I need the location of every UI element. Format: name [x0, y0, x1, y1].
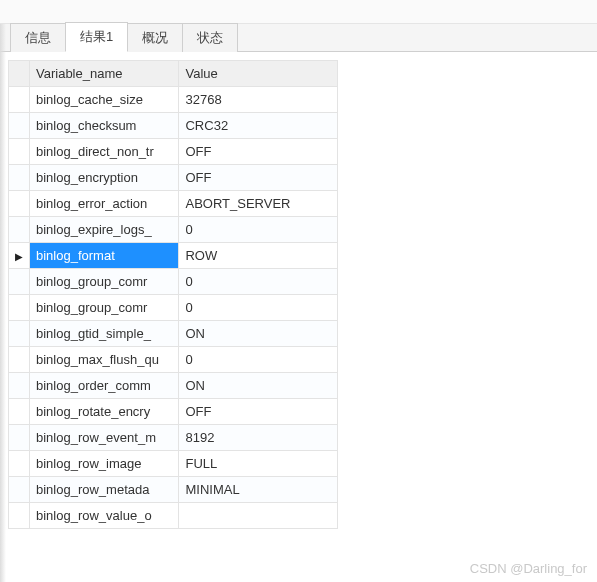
row-marker: [9, 503, 30, 529]
cell-value[interactable]: ROW: [179, 243, 338, 269]
row-marker: [9, 399, 30, 425]
cell-variable-name[interactable]: binlog_checksum: [30, 113, 179, 139]
cell-variable-name[interactable]: binlog_row_value_o: [30, 503, 179, 529]
row-marker-header: [9, 61, 30, 87]
tab-0[interactable]: 信息: [10, 23, 66, 52]
row-marker: [9, 191, 30, 217]
cell-value[interactable]: OFF: [179, 399, 338, 425]
cell-variable-name[interactable]: binlog_error_action: [30, 191, 179, 217]
row-marker: [9, 165, 30, 191]
cell-value[interactable]: 8192: [179, 425, 338, 451]
table-row[interactable]: binlog_max_flush_qu0: [9, 347, 338, 373]
cell-value[interactable]: ABORT_SERVER: [179, 191, 338, 217]
column-header-value[interactable]: Value: [179, 61, 338, 87]
table-row[interactable]: binlog_row_metadaMINIMAL: [9, 477, 338, 503]
cell-variable-name[interactable]: binlog_group_comr: [30, 269, 179, 295]
cell-value[interactable]: 0: [179, 269, 338, 295]
cell-variable-name[interactable]: binlog_order_comm: [30, 373, 179, 399]
row-marker: [9, 451, 30, 477]
cell-value[interactable]: 0: [179, 295, 338, 321]
cell-value[interactable]: CRC32: [179, 113, 338, 139]
cell-value[interactable]: 0: [179, 347, 338, 373]
cell-value[interactable]: OFF: [179, 139, 338, 165]
tab-3[interactable]: 状态: [182, 23, 238, 52]
cell-variable-name[interactable]: binlog_row_image: [30, 451, 179, 477]
cell-variable-name[interactable]: binlog_expire_logs_: [30, 217, 179, 243]
table-row[interactable]: binlog_group_comr0: [9, 269, 338, 295]
results-table: Variable_name Value binlog_cache_size327…: [8, 60, 338, 529]
row-marker: [9, 295, 30, 321]
table-row[interactable]: binlog_checksumCRC32: [9, 113, 338, 139]
cell-variable-name[interactable]: binlog_rotate_encry: [30, 399, 179, 425]
cell-value[interactable]: 32768: [179, 87, 338, 113]
row-marker: [9, 113, 30, 139]
table-row[interactable]: binlog_rotate_encryOFF: [9, 399, 338, 425]
cell-variable-name[interactable]: binlog_max_flush_qu: [30, 347, 179, 373]
cell-variable-name[interactable]: binlog_group_comr: [30, 295, 179, 321]
table-header-row: Variable_name Value: [9, 61, 338, 87]
cell-variable-name[interactable]: binlog_cache_size: [30, 87, 179, 113]
tab-2[interactable]: 概况: [127, 23, 183, 52]
table-row[interactable]: binlog_row_value_o: [9, 503, 338, 529]
tab-bar: 信息结果1概况状态: [0, 24, 597, 52]
row-marker: [9, 373, 30, 399]
row-marker: [9, 477, 30, 503]
cell-value[interactable]: ON: [179, 321, 338, 347]
table-row[interactable]: binlog_expire_logs_0: [9, 217, 338, 243]
cell-value[interactable]: FULL: [179, 451, 338, 477]
top-spacer: [0, 0, 597, 24]
table-row[interactable]: binlog_error_actionABORT_SERVER: [9, 191, 338, 217]
row-marker: [9, 217, 30, 243]
cell-variable-name[interactable]: binlog_gtid_simple_: [30, 321, 179, 347]
row-marker: [9, 139, 30, 165]
table-row[interactable]: binlog_row_event_m8192: [9, 425, 338, 451]
cell-variable-name[interactable]: binlog_row_event_m: [30, 425, 179, 451]
row-marker: [9, 269, 30, 295]
cell-value[interactable]: MINIMAL: [179, 477, 338, 503]
table-row[interactable]: binlog_order_commON: [9, 373, 338, 399]
tab-1[interactable]: 结果1: [65, 22, 128, 52]
watermark-text: CSDN @Darling_for: [470, 561, 587, 576]
row-marker: [9, 243, 30, 269]
column-header-name[interactable]: Variable_name: [30, 61, 179, 87]
results-grid-wrapper: Variable_name Value binlog_cache_size327…: [0, 52, 597, 529]
cell-value[interactable]: 0: [179, 217, 338, 243]
table-row[interactable]: binlog_direct_non_trOFF: [9, 139, 338, 165]
table-row[interactable]: binlog_row_imageFULL: [9, 451, 338, 477]
cell-variable-name[interactable]: binlog_direct_non_tr: [30, 139, 179, 165]
cell-value[interactable]: [179, 503, 338, 529]
table-row[interactable]: binlog_group_comr0: [9, 295, 338, 321]
row-marker: [9, 87, 30, 113]
cell-value[interactable]: ON: [179, 373, 338, 399]
cell-variable-name[interactable]: binlog_row_metada: [30, 477, 179, 503]
row-marker: [9, 425, 30, 451]
table-row[interactable]: binlog_cache_size32768: [9, 87, 338, 113]
cell-variable-name[interactable]: binlog_encryption: [30, 165, 179, 191]
table-row[interactable]: binlog_gtid_simple_ON: [9, 321, 338, 347]
row-marker: [9, 347, 30, 373]
cell-value[interactable]: OFF: [179, 165, 338, 191]
table-row[interactable]: binlog_encryptionOFF: [9, 165, 338, 191]
table-row[interactable]: binlog_formatROW: [9, 243, 338, 269]
row-marker: [9, 321, 30, 347]
cell-variable-name[interactable]: binlog_format: [30, 243, 179, 269]
